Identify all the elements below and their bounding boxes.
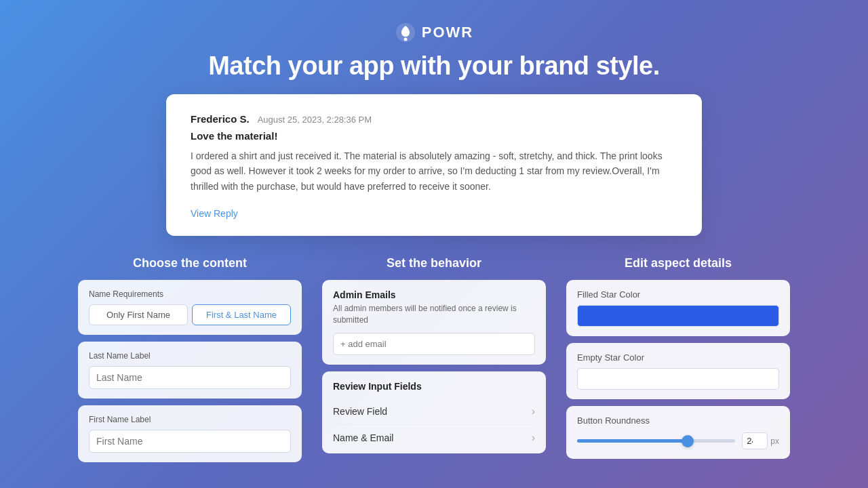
button-roundness-panel: Button Roundness px [566, 406, 790, 459]
review-fields-title: Review Input Fields [333, 381, 535, 392]
review-title: Love the material! [191, 130, 677, 142]
powr-logo-icon [395, 22, 416, 43]
empty-star-color-label: Empty Star Color [577, 352, 779, 363]
first-last-name-button[interactable]: First & Last Name [192, 304, 291, 325]
review-body: I ordered a shirt and just received it. … [191, 148, 677, 194]
filled-star-color-label: Filled Star Color [577, 289, 779, 300]
column-content-title: Choose the content [78, 256, 302, 270]
name-requirements-label: Name Requirements [89, 289, 291, 299]
empty-star-color-panel: Empty Star Color [566, 343, 790, 399]
admin-emails-desc: All admin members will be notified once … [333, 303, 535, 326]
review-date: August 25, 2023, 2:28:36 PM [258, 115, 372, 125]
roundness-value-input[interactable] [742, 432, 768, 449]
admin-emails-title: Admin Emails [333, 289, 535, 300]
px-input-group: px [742, 432, 779, 449]
add-email-input[interactable] [333, 333, 535, 355]
first-name-label-title: First Name Label [89, 415, 291, 424]
logo: POWR [0, 22, 868, 43]
review-fields-panel: Review Input Fields Review Field › Name … [322, 371, 546, 453]
filled-star-color-swatch[interactable] [577, 305, 779, 327]
bottom-section: Choose the content Name Requirements Onl… [0, 256, 868, 469]
px-unit-label: px [770, 436, 779, 446]
reviewer-name: Frederico S. [191, 113, 250, 125]
only-first-name-button[interactable]: Only First Name [89, 304, 188, 325]
header: POWR Match your app with your brand styl… [0, 0, 868, 94]
review-field-row[interactable]: Review Field › [333, 399, 535, 425]
name-requirements-panel: Name Requirements Only First Name First … [78, 280, 302, 335]
slider-row: px [577, 432, 779, 449]
button-roundness-label: Button Roundness [577, 415, 779, 426]
first-name-input[interactable] [89, 430, 291, 453]
svg-point-1 [403, 38, 407, 41]
last-name-label-title: Last Name Label [89, 351, 291, 361]
review-field-chevron-icon: › [532, 405, 535, 418]
last-name-input[interactable] [89, 366, 291, 389]
admin-emails-panel: Admin Emails All admin members will be n… [322, 280, 546, 365]
review-field-label: Review Field [333, 406, 387, 417]
name-toggle-group: Only First Name First & Last Name [89, 304, 291, 325]
headline: Match your app with your brand style. [0, 52, 868, 81]
name-email-label: Name & Email [333, 432, 393, 443]
column-behavior-title: Set the behavior [322, 256, 546, 270]
filled-star-color-panel: Filled Star Color [566, 280, 790, 336]
column-aspect-title: Edit aspect details [566, 256, 790, 270]
first-name-label-panel: First Name Label [78, 405, 302, 462]
name-email-chevron-icon: › [532, 432, 535, 444]
review-card-wrapper: Frederico S. August 25, 2023, 2:28:36 PM… [0, 94, 868, 236]
last-name-label-panel: Last Name Label [78, 342, 302, 399]
column-behavior: Set the behavior Admin Emails All admin … [322, 256, 546, 469]
view-reply-link[interactable]: View Reply [191, 208, 238, 219]
slider-fill [577, 439, 688, 443]
slider-track[interactable] [577, 439, 735, 443]
empty-star-color-swatch[interactable] [577, 368, 779, 390]
slider-thumb[interactable] [682, 435, 694, 447]
review-header: Frederico S. August 25, 2023, 2:28:36 PM [191, 113, 677, 125]
name-email-field-row[interactable]: Name & Email › [333, 425, 535, 444]
column-aspect: Edit aspect details Filled Star Color Em… [566, 256, 790, 469]
review-card: Frederico S. August 25, 2023, 2:28:36 PM… [166, 94, 702, 236]
column-content: Choose the content Name Requirements Onl… [78, 256, 302, 469]
logo-text: POWR [422, 24, 473, 41]
